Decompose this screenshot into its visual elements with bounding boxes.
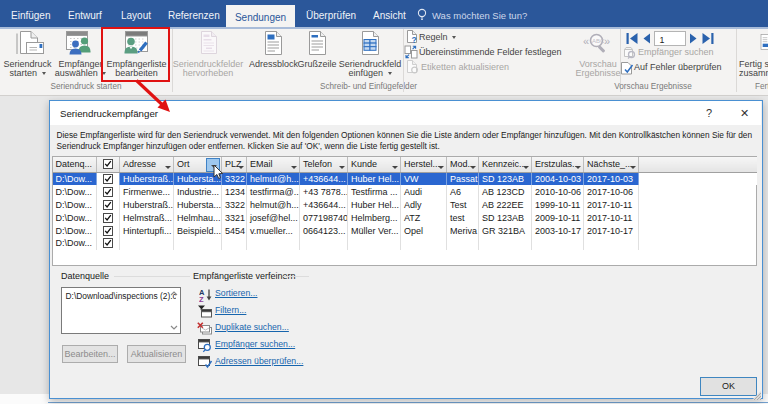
svg-text:Z: Z (199, 295, 204, 302)
svg-text:»: » (604, 35, 610, 47)
svg-text:«: « (583, 35, 589, 47)
svg-text:ABC: ABC (592, 38, 605, 44)
svg-text:?: ? (412, 35, 417, 45)
